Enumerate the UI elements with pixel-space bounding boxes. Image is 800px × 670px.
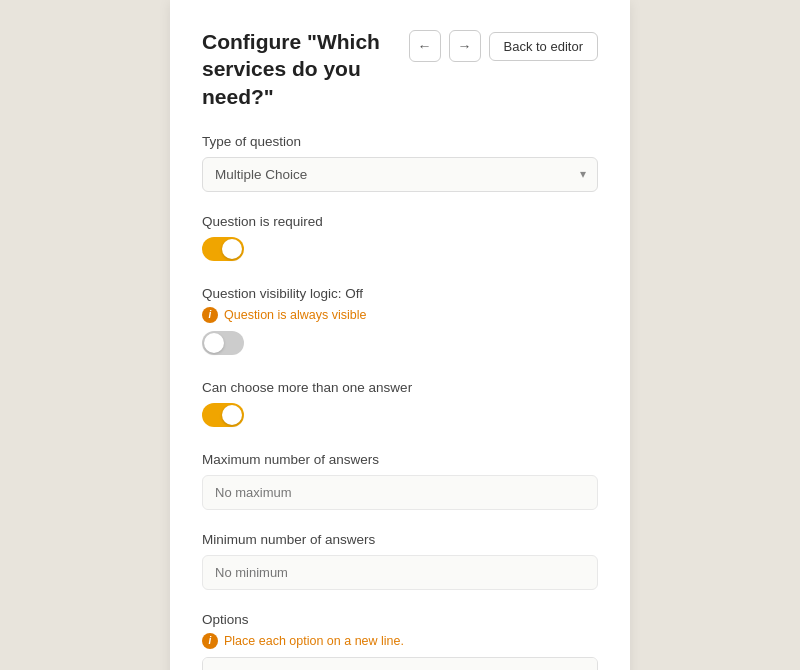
config-panel: Configure "Which services do you need?" … bbox=[170, 0, 630, 670]
min-answers-label: Minimum number of answers bbox=[202, 532, 598, 547]
min-answers-input[interactable] bbox=[202, 555, 598, 590]
options-info-icon bbox=[202, 633, 218, 649]
visibility-info-text: Question is always visible bbox=[224, 308, 366, 322]
options-label: Options bbox=[202, 612, 598, 627]
min-answers-section: Minimum number of answers bbox=[202, 532, 598, 590]
options-info-text: Place each option on a new line. bbox=[224, 634, 404, 648]
panel-header: Configure "Which services do you need?" … bbox=[202, 28, 598, 110]
visibility-toggle-thumb bbox=[204, 333, 224, 353]
options-info-row: Place each option on a new line. bbox=[202, 633, 598, 649]
options-textarea[interactable] bbox=[202, 657, 598, 670]
max-answers-label: Maximum number of answers bbox=[202, 452, 598, 467]
question-type-select[interactable]: Multiple Choice Single Choice Text Ratin… bbox=[202, 157, 598, 192]
page-wrapper: Configure "Which services do you need?" … bbox=[0, 0, 800, 670]
more-than-one-section: Can choose more than one answer bbox=[202, 380, 598, 430]
visibility-label: Question visibility logic: Off bbox=[202, 286, 598, 301]
question-type-select-wrapper: Multiple Choice Single Choice Text Ratin… bbox=[202, 157, 598, 192]
page-title: Configure "Which services do you need?" bbox=[202, 28, 409, 110]
visibility-info-icon bbox=[202, 307, 218, 323]
max-answers-input[interactable] bbox=[202, 475, 598, 510]
max-answers-section: Maximum number of answers bbox=[202, 452, 598, 510]
nav-prev-button[interactable]: ← bbox=[409, 30, 441, 62]
required-section: Question is required bbox=[202, 214, 598, 264]
more-than-one-toggle-thumb bbox=[222, 405, 242, 425]
more-than-one-label: Can choose more than one answer bbox=[202, 380, 598, 395]
visibility-info-row: Question is always visible bbox=[202, 307, 598, 323]
required-label: Question is required bbox=[202, 214, 598, 229]
nav-next-button[interactable]: → bbox=[449, 30, 481, 62]
question-type-label: Type of question bbox=[202, 134, 598, 149]
question-type-section: Type of question Multiple Choice Single … bbox=[202, 134, 598, 192]
more-than-one-toggle[interactable] bbox=[202, 403, 244, 427]
back-to-editor-button[interactable]: Back to editor bbox=[489, 32, 599, 61]
options-section: Options Place each option on a new line. bbox=[202, 612, 598, 670]
required-toggle[interactable] bbox=[202, 237, 244, 261]
required-toggle-thumb bbox=[222, 239, 242, 259]
header-controls: ← → Back to editor bbox=[409, 30, 599, 62]
visibility-toggle[interactable] bbox=[202, 331, 244, 355]
visibility-section: Question visibility logic: Off Question … bbox=[202, 286, 598, 358]
